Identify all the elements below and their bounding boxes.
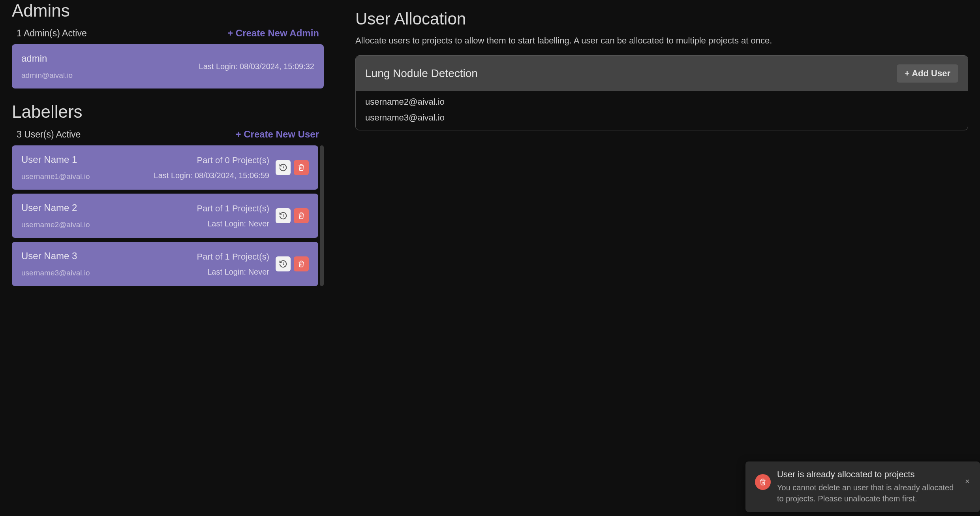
labeller-last-login: Last Login: Never: [197, 219, 269, 228]
toast-message: You cannot delete an user that is alread…: [777, 482, 958, 504]
project-name: Lung Nodule Detection: [365, 67, 478, 80]
history-icon: [279, 211, 287, 220]
add-user-button[interactable]: + Add User: [897, 64, 958, 83]
labeller-email: username2@aival.io: [21, 220, 197, 229]
toast-title: User is already allocated to projects: [777, 469, 958, 480]
trash-icon: [298, 260, 305, 267]
reset-button[interactable]: [276, 208, 291, 223]
trash-icon: [298, 164, 305, 171]
labeller-card[interactable]: User Name 3 username3@aival.io Part of 1…: [12, 242, 318, 286]
history-icon: [279, 260, 287, 268]
labeller-projects: Part of 1 Project(s): [197, 203, 269, 214]
delete-button[interactable]: [294, 256, 309, 271]
labeller-name: User Name 1: [21, 154, 154, 165]
trash-icon: [298, 212, 305, 219]
trash-icon: [759, 478, 766, 486]
project-user: username3@aival.io: [365, 113, 958, 123]
create-admin-button[interactable]: + Create New Admin: [227, 28, 319, 39]
labeller-last-login: Last Login: 08/03/2024, 15:06:59: [154, 171, 269, 180]
admins-title: Admins: [12, 1, 324, 21]
project-box: Lung Nodule Detection + Add User usernam…: [355, 55, 968, 130]
admin-last-login: Last Login: 08/03/2024, 15:09:32: [199, 62, 314, 71]
labeller-last-login: Last Login: Never: [197, 267, 269, 277]
close-icon: [964, 478, 971, 484]
reset-button[interactable]: [276, 160, 291, 175]
scrollbar[interactable]: [320, 145, 324, 286]
admins-active-count: 1 Admin(s) Active: [17, 28, 87, 39]
labeller-card[interactable]: User Name 2 username2@aival.io Part of 1…: [12, 194, 318, 238]
project-header: Lung Nodule Detection + Add User: [356, 56, 968, 91]
delete-button[interactable]: [294, 208, 309, 223]
toast-close-button[interactable]: [964, 476, 971, 487]
delete-button[interactable]: [294, 160, 309, 175]
admins-list: admin admin@aival.io Last Login: 08/03/2…: [12, 44, 324, 89]
history-icon: [279, 163, 287, 172]
allocation-description: Allocate users to projects to allow them…: [355, 36, 968, 46]
labeller-projects: Part of 1 Project(s): [197, 252, 269, 262]
project-users-list: username2@aival.io username3@aival.io: [356, 91, 968, 130]
project-user: username2@aival.io: [365, 97, 958, 107]
admin-email: admin@aival.io: [21, 71, 199, 80]
labeller-card[interactable]: User Name 1 username1@aival.io Part of 0…: [12, 145, 318, 190]
labellers-title: Labellers: [12, 102, 324, 122]
labellers-list: User Name 1 username1@aival.io Part of 0…: [12, 145, 324, 286]
admin-name: admin: [21, 53, 199, 64]
create-user-button[interactable]: + Create New User: [236, 129, 319, 140]
error-toast: User is already allocated to projects Yo…: [745, 461, 980, 512]
labeller-name: User Name 3: [21, 250, 197, 262]
labeller-email: username1@aival.io: [21, 172, 154, 181]
labeller-projects: Part of 0 Project(s): [154, 155, 269, 166]
labellers-active-count: 3 User(s) Active: [17, 129, 81, 140]
reset-button[interactable]: [276, 256, 291, 271]
labeller-name: User Name 2: [21, 202, 197, 213]
allocation-title: User Allocation: [355, 9, 968, 28]
labeller-email: username3@aival.io: [21, 269, 197, 277]
admin-card[interactable]: admin admin@aival.io Last Login: 08/03/2…: [12, 44, 324, 89]
trash-icon-circle: [755, 474, 771, 490]
